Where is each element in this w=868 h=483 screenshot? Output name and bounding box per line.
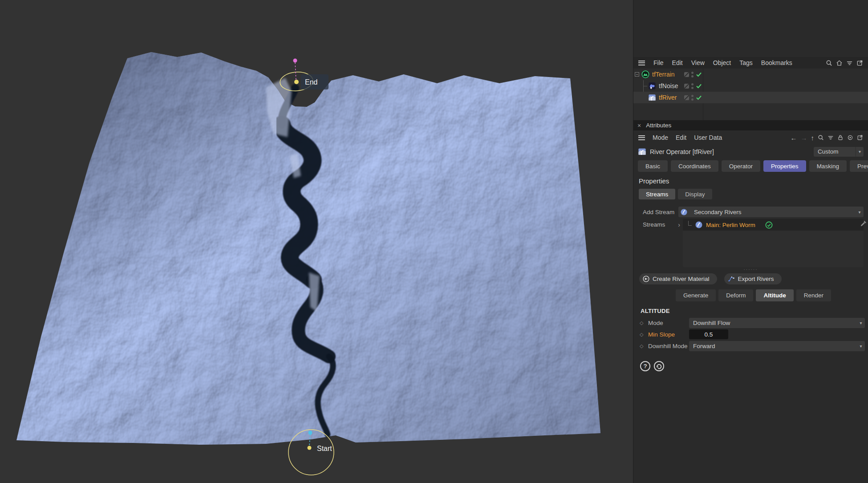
new-window-icon[interactable] xyxy=(857,134,863,141)
tab-masking[interactable]: Masking xyxy=(809,160,847,172)
preset-dropdown[interactable]: Custom ▾ xyxy=(814,147,864,157)
search-icon[interactable] xyxy=(818,134,824,141)
tab-properties[interactable]: Properties xyxy=(763,160,806,172)
object-row-tfnoise[interactable]: tfNoise xyxy=(633,80,868,92)
hamburger-icon[interactable] xyxy=(638,135,645,140)
end-handle-dot[interactable] xyxy=(293,59,297,63)
visibility-dots-icon[interactable] xyxy=(691,83,694,89)
param-diamond-icon[interactable]: ◇ xyxy=(640,332,646,337)
footer-buttons: ? xyxy=(640,361,868,372)
streams-list[interactable]: Main: Perlin Worm xyxy=(683,219,864,267)
menu-file[interactable]: File xyxy=(653,59,664,66)
menu-object[interactable]: Object xyxy=(713,59,731,66)
menu-edit[interactable]: Edit xyxy=(676,134,686,141)
object-tree: − tfTerrain tfNoise xyxy=(633,69,868,120)
om-toolbar-icons xyxy=(826,60,863,66)
new-window-icon[interactable] xyxy=(856,60,863,66)
layer-icon[interactable] xyxy=(684,84,689,89)
object-label[interactable]: tfTerrain xyxy=(652,71,675,78)
deform-button[interactable]: Deform xyxy=(718,289,753,301)
render-button[interactable]: Render xyxy=(796,289,831,301)
generate-button[interactable]: Generate xyxy=(676,289,716,301)
filter-icon[interactable] xyxy=(846,60,853,66)
create-river-material-button[interactable]: Create River Material xyxy=(639,273,717,284)
layer-icon[interactable] xyxy=(684,72,689,77)
right-panel: File Edit View Object Tags Bookmarks − xyxy=(633,0,868,483)
subtab-display[interactable]: Display xyxy=(678,189,712,199)
lock-icon[interactable] xyxy=(837,134,844,141)
object-label[interactable]: tfRiver xyxy=(659,94,677,101)
river-actions: Create River Material Export Rivers xyxy=(633,273,868,284)
attribute-tabs: Basic Coordinates Operator Properties Ma… xyxy=(633,158,868,174)
menu-user-data[interactable]: User Data xyxy=(694,134,722,141)
menu-edit[interactable]: Edit xyxy=(672,59,683,66)
param-diamond-icon[interactable]: ◇ xyxy=(640,320,646,326)
terrain-object-icon[interactable] xyxy=(641,70,649,78)
attributes-titlebar[interactable]: × Attributes xyxy=(633,120,868,130)
back-icon[interactable]: ← xyxy=(791,134,797,142)
object-row-tfriver[interactable]: tfRiver xyxy=(633,92,868,103)
add-stream-label: Add Stream xyxy=(643,209,678,215)
spline-export-icon xyxy=(728,276,735,282)
end-anchor-dot[interactable] xyxy=(294,80,299,84)
subtab-streams[interactable]: Streams xyxy=(639,189,675,199)
home-icon[interactable] xyxy=(836,60,843,66)
chevron-right-icon[interactable]: › xyxy=(678,221,680,228)
stream-enabled-check-icon[interactable] xyxy=(765,221,773,229)
up-icon[interactable]: ↑ xyxy=(811,134,815,142)
min-slope-input[interactable]: 0.5 xyxy=(689,329,728,339)
eyedropper-icon[interactable] xyxy=(860,220,867,228)
menu-tags[interactable]: Tags xyxy=(739,59,753,66)
visibility-dots-icon[interactable] xyxy=(691,95,694,101)
collapse-icon[interactable]: − xyxy=(635,72,639,77)
start-anchor-dot[interactable] xyxy=(308,446,312,450)
filter-icon[interactable] xyxy=(827,134,834,141)
hamburger-icon[interactable] xyxy=(638,61,645,65)
river-operator-icon[interactable] xyxy=(648,93,656,101)
object-controls xyxy=(684,83,702,89)
noise-operator-icon[interactable] xyxy=(648,82,656,90)
properties-heading: Properties xyxy=(639,177,868,185)
add-stream-dropdown[interactable]: Secondary Rivers ▾ xyxy=(678,207,864,217)
param-diamond-icon[interactable]: ◇ xyxy=(640,343,646,349)
altitude-mode-value: Downhill Flow xyxy=(689,320,857,326)
downhill-mode-label: Downhill Mode xyxy=(648,343,689,349)
streams-row: Streams › Main: Perlin Worm xyxy=(633,219,868,267)
close-icon[interactable]: × xyxy=(637,122,641,129)
object-label[interactable]: tfNoise xyxy=(659,82,678,89)
start-handle-dot[interactable] xyxy=(308,431,312,435)
forward-icon[interactable]: → xyxy=(801,134,807,142)
downhill-mode-value: Forward xyxy=(689,343,857,349)
panel-drag-handle[interactable]: ······ xyxy=(633,268,868,272)
stream-item-main[interactable]: Main: Perlin Worm xyxy=(683,219,864,231)
enabled-check-icon[interactable] xyxy=(696,83,702,89)
min-slope-row: ◇ Min Slope 0.5 xyxy=(633,329,868,340)
preset-value: Custom xyxy=(814,148,856,155)
visibility-dots-icon[interactable] xyxy=(691,72,694,77)
tab-preview[interactable]: Preview xyxy=(850,160,868,172)
focus-target-icon[interactable] xyxy=(847,134,853,141)
tab-coordinates[interactable]: Coordinates xyxy=(671,160,718,172)
terrain-shading xyxy=(16,52,600,445)
enabled-check-icon[interactable] xyxy=(696,71,702,77)
search-icon[interactable] xyxy=(826,60,832,66)
reset-button[interactable] xyxy=(653,361,665,372)
menu-mode[interactable]: Mode xyxy=(653,134,668,141)
viewport-3d[interactable]: End Start xyxy=(0,0,633,483)
menu-view[interactable]: View xyxy=(691,59,705,66)
tab-basic[interactable]: Basic xyxy=(638,160,668,172)
altitude-mode-label: Mode xyxy=(648,320,689,326)
layer-icon[interactable] xyxy=(684,95,689,100)
export-rivers-button[interactable]: Export Rivers xyxy=(724,273,782,284)
min-slope-label: Min Slope xyxy=(648,331,689,338)
help-button[interactable]: ? xyxy=(640,361,651,372)
chevron-down-icon: ▾ xyxy=(856,207,864,217)
object-row-tfterrain[interactable]: − tfTerrain xyxy=(633,69,868,80)
altitude-mode-row: ◇ Mode Downhill Flow ▾ xyxy=(633,317,868,329)
altitude-button[interactable]: Altitude xyxy=(756,289,793,301)
altitude-mode-dropdown[interactable]: Downhill Flow ▾ xyxy=(689,318,865,328)
enabled-check-icon[interactable] xyxy=(696,94,702,101)
downhill-mode-dropdown[interactable]: Forward ▾ xyxy=(689,341,865,351)
tab-operator[interactable]: Operator xyxy=(722,160,760,172)
menu-bookmarks[interactable]: Bookmarks xyxy=(761,59,792,66)
